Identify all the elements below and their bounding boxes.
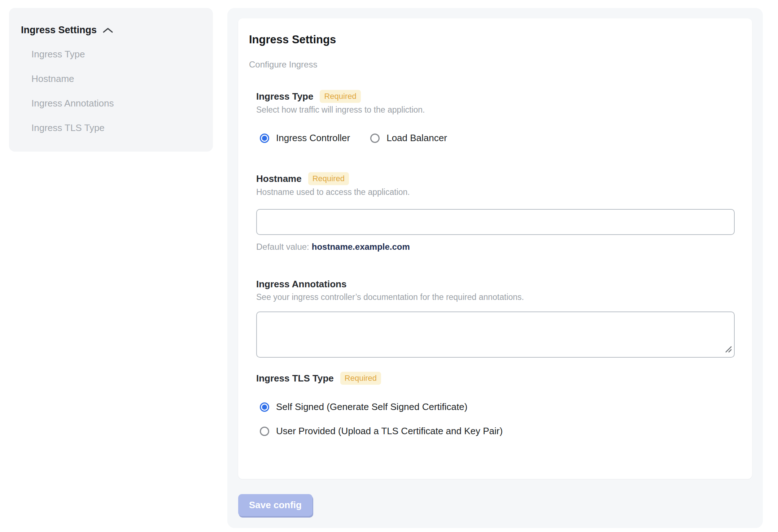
- radio-option-load-balancer[interactable]: Load Balancer: [370, 132, 447, 144]
- save-config-button[interactable]: Save config: [238, 494, 312, 516]
- field-description-ingress-annotations: See your ingress controller’s documentat…: [256, 292, 735, 302]
- field-label-ingress-tls-type: Ingress TLS Type: [256, 372, 334, 384]
- field-description-ingress-type: Select how traffic will ingress to the a…: [256, 105, 735, 115]
- sidebar-items: Ingress Type Hostname Ingress Annotation…: [21, 42, 204, 140]
- field-label-ingress-annotations: Ingress Annotations: [256, 278, 346, 290]
- settings-nav-sidebar: Ingress Settings Ingress Type Hostname I…: [9, 8, 213, 152]
- field-label-ingress-type: Ingress Type: [256, 90, 313, 103]
- sidebar-item-ingress-annotations[interactable]: Ingress Annotations: [21, 91, 204, 115]
- ingress-settings-card: Ingress Settings Configure Ingress Ingre…: [238, 18, 752, 479]
- sidebar-item-ingress-type[interactable]: Ingress Type: [21, 42, 204, 66]
- radio-label: Self Signed (Generate Self Signed Certif…: [276, 401, 467, 413]
- required-badge: Required: [320, 90, 360, 103]
- chevron-up-icon: [102, 27, 113, 34]
- field-label-hostname: Hostname: [256, 173, 302, 185]
- field-label-row: Ingress Annotations: [256, 278, 735, 290]
- ingress-annotations-textarea[interactable]: [256, 311, 735, 358]
- field-hostname: Hostname Required Hostname used to acces…: [256, 172, 735, 252]
- hostname-default-line: Default value:hostname.example.com: [256, 242, 735, 252]
- radio-label: Load Balancer: [386, 132, 447, 144]
- radio-option-user-provided[interactable]: User Provided (Upload a TLS Certificate …: [260, 425, 735, 437]
- field-ingress-tls-type: Ingress TLS Type Required Self Signed (G…: [256, 372, 735, 437]
- sidebar-item-hostname[interactable]: Hostname: [21, 66, 204, 91]
- radio-selected-icon: [260, 134, 269, 143]
- field-label-row: Ingress TLS Type Required: [256, 372, 735, 385]
- form-sections: Ingress Type Required Select how traffic…: [256, 90, 735, 437]
- radio-option-self-signed[interactable]: Self Signed (Generate Self Signed Certif…: [260, 401, 735, 413]
- radio-label: Ingress Controller: [276, 132, 350, 144]
- required-badge: Required: [308, 172, 349, 185]
- default-value-label: Default value:: [256, 242, 309, 252]
- default-value: hostname.example.com: [312, 242, 410, 252]
- hostname-input[interactable]: [256, 209, 735, 235]
- field-ingress-type: Ingress Type Required Select how traffic…: [256, 90, 735, 144]
- field-label-row: Hostname Required: [256, 172, 735, 185]
- annotations-textarea-wrap: [256, 311, 735, 358]
- radio-option-ingress-controller[interactable]: Ingress Controller: [260, 132, 350, 144]
- sidebar-item-ingress-tls-type[interactable]: Ingress TLS Type: [21, 115, 204, 140]
- field-label-row: Ingress Type Required: [256, 90, 735, 103]
- page-title: Ingress Settings: [249, 33, 735, 47]
- sidebar-section-toggle[interactable]: Ingress Settings: [21, 24, 204, 36]
- ingress-settings-panel: Ingress Settings Configure Ingress Ingre…: [227, 8, 763, 528]
- ingress-type-radio-group: Ingress Controller Load Balancer: [256, 132, 735, 144]
- page-subtitle: Configure Ingress: [249, 60, 735, 70]
- radio-unselected-icon: [370, 134, 380, 143]
- radio-selected-icon: [260, 402, 269, 412]
- sidebar-section-title: Ingress Settings: [21, 24, 97, 36]
- page: Ingress Settings Ingress Type Hostname I…: [0, 0, 778, 528]
- radio-label: User Provided (Upload a TLS Certificate …: [276, 425, 503, 437]
- tls-type-radio-group: Self Signed (Generate Self Signed Certif…: [256, 401, 735, 437]
- field-description-hostname: Hostname used to access the application.: [256, 187, 735, 197]
- radio-unselected-icon: [260, 427, 269, 436]
- field-ingress-annotations: Ingress Annotations See your ingress con…: [256, 278, 735, 358]
- required-badge: Required: [340, 372, 381, 385]
